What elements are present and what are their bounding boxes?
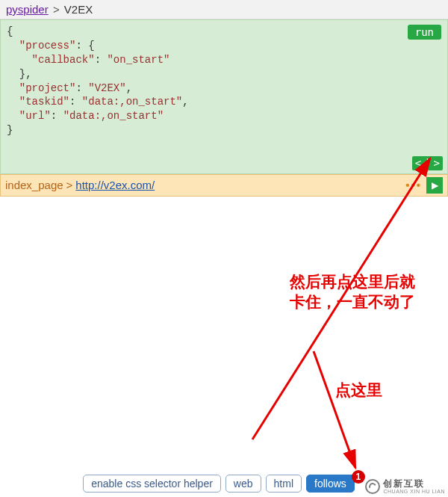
follow-play-button[interactable]: ▶ bbox=[426, 177, 443, 194]
nav-next-button[interactable]: > bbox=[434, 156, 440, 170]
breadcrumb-project-link[interactable]: pyspider bbox=[6, 3, 49, 16]
breadcrumb-separator: > bbox=[53, 3, 60, 16]
annotation-text-1: 然后再点这里后就 卡住，一直不动了 bbox=[290, 271, 439, 312]
history-nav: < | > bbox=[412, 156, 443, 170]
watermark: 创新互联 CHUANG XIN HU LIAN bbox=[365, 479, 445, 494]
nav-separator: | bbox=[424, 156, 430, 170]
task-json-panel: { "process": { "callback": "on_start" },… bbox=[0, 19, 448, 174]
follow-callback-name: index_page bbox=[5, 179, 63, 191]
preview-area: 然后再点这里后就 卡住，一直不动了 点这里 bbox=[0, 197, 448, 497]
html-tab-button[interactable]: html bbox=[266, 475, 302, 493]
nav-prev-button[interactable]: < bbox=[415, 156, 421, 170]
watermark-en-text: CHUANG XIN HU LIAN bbox=[383, 489, 445, 494]
breadcrumb: pyspider > V2EX bbox=[0, 0, 448, 19]
css-selector-helper-button[interactable]: enable css selector helper bbox=[83, 475, 221, 493]
follows-count-badge: 1 bbox=[352, 470, 365, 484]
follow-separator: > bbox=[66, 179, 73, 191]
follow-bar: index_page > http://v2ex.com/ ••• ▶ bbox=[0, 174, 448, 197]
follow-more-button[interactable]: ••• bbox=[401, 179, 426, 191]
breadcrumb-spider-name: V2EX bbox=[64, 3, 93, 16]
annotation-text-2: 点这里 bbox=[335, 380, 382, 400]
watermark-logo-icon bbox=[365, 479, 380, 494]
follows-tab-button[interactable]: follows bbox=[306, 475, 355, 493]
run-button[interactable]: run bbox=[408, 25, 441, 40]
watermark-cn-text: 创新互联 bbox=[383, 479, 445, 489]
follow-url-link[interactable]: http://v2ex.com/ bbox=[75, 179, 155, 191]
web-tab-button[interactable]: web bbox=[225, 475, 261, 493]
